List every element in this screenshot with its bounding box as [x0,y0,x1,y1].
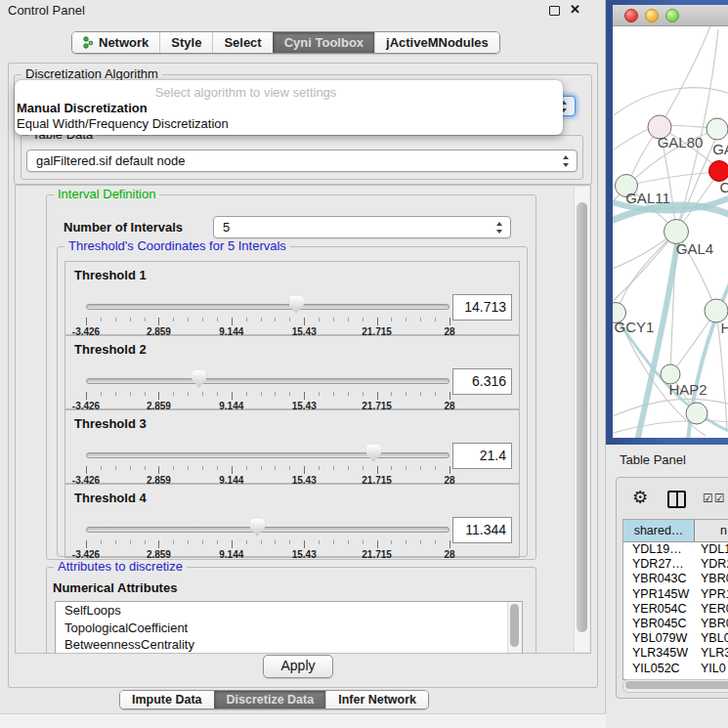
numerical-attributes-list[interactable]: SelfLoopsTopologicalCoefficientBetweenne… [55,601,523,654]
network-edge[interactable] [660,26,711,127]
threshold-value-field[interactable]: 14.713 [452,294,512,321]
tab-infer-network[interactable]: Infer Network [325,691,428,708]
table-data-combo[interactable]: galFiltered.sif default node [26,150,578,172]
cell-name[interactable]: YBL0 [694,631,728,646]
minimize-traffic-light-icon[interactable] [645,9,659,22]
column-header-name[interactable]: n [695,520,728,541]
attribute-list-item[interactable]: SelfLoops [56,602,522,620]
checkbox-columns-icon[interactable]: ☑☑ [703,492,726,505]
cell-shared-name[interactable]: YER054C [623,602,694,617]
cell-name[interactable]: YBR0 [694,617,728,631]
tab-jactivemnodules[interactable]: jActiveMNodules [374,32,499,53]
tab-discretize-data[interactable]: Discretize Data [214,691,326,708]
node-attribute-table[interactable]: shared… n YDL19…YDL1YDR27…YDR2YBR043CYBR… [622,519,728,680]
zoom-traffic-light-icon[interactable] [665,9,679,22]
slider-track[interactable] [86,304,450,310]
table-row[interactable]: YBR045CYBR0 [623,617,728,631]
threshold-slider[interactable]: -3.4262.8599.14415.4321.71528 [86,444,450,481]
cyni-mode-tabs: Impute DataDiscretize DataInfer Network [119,690,429,709]
cell-name[interactable]: YIL0 [694,662,726,676]
close-icon[interactable]: ✕ [570,2,580,17]
slider-thumb[interactable] [289,296,304,314]
cell-shared-name[interactable]: YBR043C [623,572,694,586]
threshold-value-field[interactable]: 21.4 [452,443,512,469]
cell-name[interactable]: YPR1 [694,587,728,602]
threshold-slider[interactable]: -3.4262.8599.14415.4321.71528 [86,518,450,555]
cell-name[interactable]: YER0 [694,602,728,617]
tick-mark [158,466,159,474]
tick-mark [377,540,378,548]
network-edge[interactable] [613,399,728,420]
threshold-slider[interactable]: -3.4262.8599.14415.4321.71528 [86,369,450,407]
number-of-intervals-combo[interactable]: 5 [213,216,511,238]
cell-shared-name[interactable]: YLR345W [623,646,694,661]
tick-mark [450,540,450,548]
threshold-label: Threshold 3 [74,416,147,431]
slider-thumb[interactable] [250,519,265,536]
tick-mark [202,540,203,544]
tick-mark [435,540,436,544]
gear-icon[interactable]: ⚙ [632,487,648,508]
tab-impute-data[interactable]: Impute Data [120,691,214,708]
table-header-row: shared… n [623,520,728,542]
table-row[interactable]: YER054CYER0 [623,602,728,617]
tab-network[interactable]: Network [72,32,159,53]
tab-cyni-toolbox[interactable]: Cyni Toolbox [273,32,374,53]
scrollbar-thumb[interactable] [510,604,519,647]
table-row[interactable]: YDL19…YDL1 [623,542,728,557]
node-label: GAL4 [676,240,713,257]
slider-track[interactable] [86,527,450,533]
table-row[interactable]: YPR145WYPR1 [623,587,728,602]
threshold-slider[interactable]: -3.4262.8599.14415.4321.71528 [86,295,450,332]
table-row[interactable]: YBR043CYBR0 [623,572,728,586]
network-node[interactable] [686,403,707,424]
cell-shared-name[interactable]: YIL052C [623,662,694,676]
tick-mark [173,540,174,544]
vertical-scrollbar[interactable] [574,187,589,652]
tab-select[interactable]: Select [212,32,272,53]
float-window-icon[interactable] [549,6,560,16]
scrollbar-thumb[interactable] [577,202,587,632]
column-header-shared-name[interactable]: shared… [623,520,695,541]
network-edge[interactable] [614,88,728,115]
tick-mark [348,540,349,544]
horizontal-scrollbar[interactable] [622,679,728,693]
cell-name[interactable]: YDL1 [694,542,728,557]
tick-mark [115,466,116,470]
network-node[interactable] [707,118,728,140]
tab-style[interactable]: Style [159,32,212,53]
cell-shared-name[interactable]: YDR27… [623,557,694,572]
cell-name[interactable]: YLR3 [694,646,728,661]
cell-name[interactable]: YBR0 [694,572,728,586]
network-window-titlebar[interactable] [613,5,728,26]
cell-shared-name[interactable]: YPR145W [623,587,694,602]
table-row[interactable]: YIL052CYIL0 [623,662,728,676]
list-scrollbar[interactable] [507,602,522,654]
slider-thumb[interactable] [192,370,206,388]
slider-track[interactable] [86,378,450,384]
close-traffic-light-icon[interactable] [624,9,638,22]
table-row[interactable]: YLR345WYLR3 [623,646,728,661]
tick-mark [275,392,276,396]
scrollbar-thumb[interactable] [625,681,728,689]
table-row[interactable]: YBL079WYBL0 [623,631,728,646]
threshold-value-field[interactable]: 6.316 [452,368,512,395]
tick-mark [217,466,218,470]
slider-thumb[interactable] [366,445,381,462]
cell-shared-name[interactable]: YDL19… [623,542,694,557]
dropdown-item-equal-width-frequency[interactable]: Equal Width/Frequency Discretization [17,116,229,131]
split-view-icon[interactable] [667,491,686,508]
apply-button[interactable]: Apply [263,655,333,678]
dropdown-placeholder-item[interactable]: Select algorithm to view settings [15,85,477,100]
slider-track[interactable] [86,452,450,458]
dropdown-item-manual-discretization[interactable]: Manual Discretization [17,101,148,115]
table-row[interactable]: YDR27…YDR2 [623,557,728,572]
tab-label: Cyni Toolbox [284,35,364,50]
network-canvas[interactable]: GAL80GACGAL11GAL4GCY1HHAP2 [613,26,728,438]
threshold-value-field[interactable]: 11.344 [452,517,512,543]
cell-shared-name[interactable]: YBR045C [623,617,694,631]
cell-name[interactable]: YDR2 [694,557,728,572]
cell-shared-name[interactable]: YBL079W [623,631,694,646]
attribute-list-item[interactable]: BetweennessCentrality [56,636,522,654]
attribute-list-item[interactable]: TopologicalCoefficient [56,620,522,637]
